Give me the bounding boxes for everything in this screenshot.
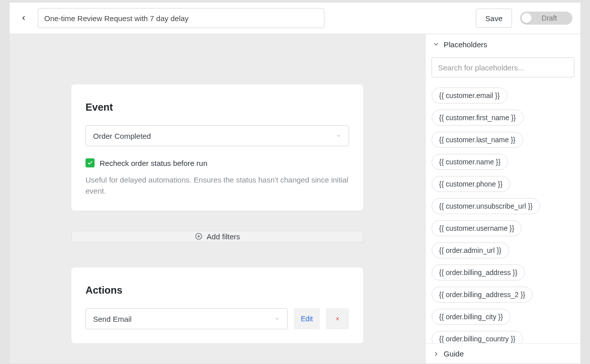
topbar: Save Draft [9, 2, 581, 34]
event-select-value: Order Completed [93, 132, 151, 140]
placeholder-pill[interactable]: {{ order.billing_address_2 }} [432, 287, 533, 303]
placeholder-pill[interactable]: {{ order.billing_city }} [432, 309, 511, 325]
automation-title-input[interactable] [38, 8, 324, 28]
status-toggle[interactable]: Draft [520, 12, 572, 25]
placeholder-pill[interactable]: {{ customer.unsubscribe_url }} [432, 198, 540, 214]
toggle-knob [522, 13, 532, 23]
toggle-label: Draft [542, 14, 557, 22]
placeholders-section-toggle[interactable]: Placeholders [426, 34, 580, 54]
canvas: Event Order Completed Recheck order stat… [10, 34, 425, 363]
placeholders-heading: Placeholders [444, 40, 487, 49]
edit-action-button[interactable]: Edit [294, 308, 320, 329]
placeholder-pill[interactable]: {{ customer.last_name }} [432, 132, 523, 148]
guide-section-toggle[interactable]: Guide [426, 343, 580, 363]
placeholder-pill[interactable]: {{ customer.first_name }} [432, 110, 524, 126]
app-root: Save Draft Event Order Completed Recheck [0, 0, 590, 364]
placeholder-pill[interactable]: {{ customer.phone }} [432, 176, 510, 192]
chevron-down-icon [335, 133, 342, 139]
placeholder-pill[interactable]: {{ order.billing_country }} [432, 331, 523, 343]
recheck-hint: Useful for delayed automations. Ensures … [86, 174, 349, 197]
sidebar: Placeholders {{ customer.email }}{{ cust… [425, 34, 580, 363]
event-card: Event Order Completed Recheck order stat… [71, 84, 363, 211]
close-icon [334, 316, 341, 322]
plus-circle-icon [195, 232, 203, 240]
chevron-down-icon [433, 41, 440, 48]
recheck-label: Recheck order status before run [100, 159, 207, 167]
add-filters-label: Add filters [207, 232, 240, 241]
placeholder-search-input[interactable] [432, 57, 574, 77]
placeholder-list[interactable]: {{ customer.email }}{{ customer.first_na… [426, 82, 580, 343]
action-select-value: Send Email [93, 315, 132, 323]
add-filters-button[interactable]: Add filters [71, 231, 363, 243]
recheck-checkbox[interactable] [86, 158, 95, 167]
main-area: Event Order Completed Recheck order stat… [9, 34, 581, 364]
back-button[interactable] [15, 9, 33, 27]
chevron-right-icon [433, 350, 440, 357]
placeholder-pill[interactable]: {{ customer.email }} [432, 87, 508, 104]
recheck-row: Recheck order status before run [86, 158, 349, 167]
placeholder-pill[interactable]: {{ order.admin_url }} [432, 242, 509, 258]
delete-action-button[interactable] [326, 308, 349, 329]
check-icon [87, 160, 93, 166]
guide-heading: Guide [444, 349, 464, 358]
save-button[interactable]: Save [476, 9, 512, 28]
chevron-down-icon [274, 316, 280, 322]
placeholder-pill[interactable]: {{ order.billing_address }} [432, 264, 525, 281]
placeholder-pill[interactable]: {{ customer.name }} [432, 154, 508, 170]
event-select[interactable]: Order Completed [86, 125, 349, 146]
event-heading: Event [86, 102, 349, 113]
actions-card: Actions Send Email Edit [71, 267, 363, 343]
actions-heading: Actions [86, 285, 349, 296]
placeholder-pill[interactable]: {{ customer.username }} [432, 220, 522, 236]
action-row: Send Email Edit [86, 308, 349, 329]
chevron-left-icon [20, 15, 27, 22]
action-select[interactable]: Send Email [86, 308, 288, 329]
